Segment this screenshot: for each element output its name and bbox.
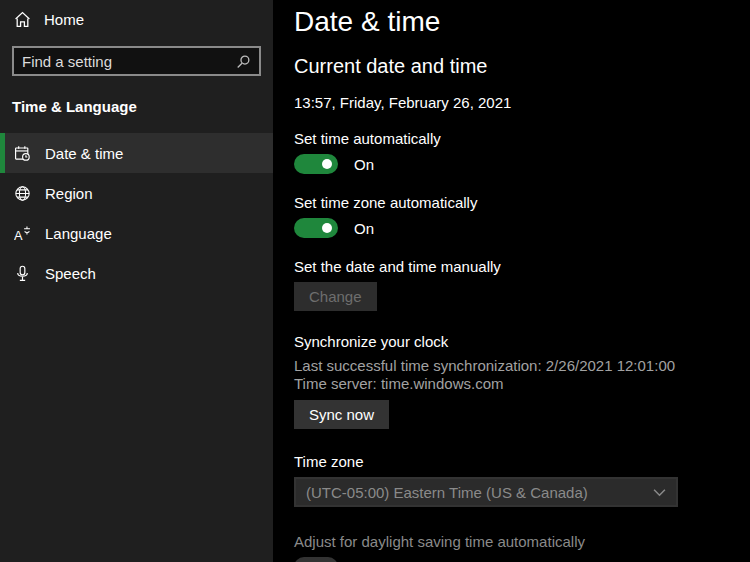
set-timezone-auto-toggle[interactable] <box>294 218 338 238</box>
change-button[interactable]: Change <box>294 282 377 311</box>
toggle-knob <box>322 159 332 169</box>
set-timezone-auto-state: On <box>354 220 374 237</box>
sidebar-item-speech[interactable]: Speech <box>0 253 273 293</box>
sidebar-item-region[interactable]: Region <box>0 173 273 213</box>
home-icon <box>14 11 31 28</box>
set-time-auto-label: Set time automatically <box>294 130 750 147</box>
search-icon <box>236 54 259 69</box>
sidebar-item-label: Region <box>45 185 93 202</box>
set-timezone-auto-row: On <box>294 217 750 239</box>
sidebar-item-label: Speech <box>45 265 96 282</box>
search-input[interactable] <box>14 48 236 74</box>
sidebar-nav: Date & time Region A Language <box>0 133 273 293</box>
set-time-auto-state: On <box>354 156 374 173</box>
timezone-selected-value: (UTC-05:00) Eastern Time (US & Canada) <box>306 484 588 501</box>
svg-text:A: A <box>14 227 23 241</box>
microphone-icon <box>14 265 31 282</box>
current-datetime-value: 13:57, Friday, February 26, 2021 <box>294 94 750 111</box>
date-time-settings-panel: Date & time Current date and time 13:57,… <box>273 0 750 562</box>
set-time-auto-toggle[interactable] <box>294 154 338 174</box>
timezone-dropdown[interactable]: (UTC-05:00) Eastern Time (US & Canada) <box>294 477 678 507</box>
dst-row: On <box>294 556 750 562</box>
settings-sidebar: Home Time & Language Date & time <box>0 0 273 562</box>
language-icon: A <box>14 225 31 242</box>
globe-icon <box>14 185 31 202</box>
sidebar-item-date-time[interactable]: Date & time <box>0 133 273 173</box>
sidebar-item-home[interactable]: Home <box>0 0 273 37</box>
sidebar-item-language[interactable]: A Language <box>0 213 273 253</box>
set-manual-label: Set the date and time manually <box>294 258 750 275</box>
page-title: Date & time <box>294 4 750 40</box>
sync-now-button[interactable]: Sync now <box>294 400 389 429</box>
dst-label: Adjust for daylight saving time automati… <box>294 533 750 550</box>
chevron-down-icon <box>653 488 666 497</box>
time-server-text: Time server: time.windows.com <box>294 375 750 393</box>
sync-heading: Synchronize your clock <box>294 333 750 350</box>
set-timezone-auto-label: Set time zone automatically <box>294 194 750 211</box>
dst-toggle[interactable] <box>294 557 338 562</box>
last-sync-text: Last successful time synchronization: 2/… <box>294 357 750 375</box>
toggle-knob <box>322 223 332 233</box>
set-time-auto-row: On <box>294 153 750 175</box>
sidebar-item-label: Language <box>45 225 112 242</box>
sidebar-item-label: Date & time <box>45 145 123 162</box>
home-label: Home <box>44 11 84 28</box>
current-date-time-heading: Current date and time <box>294 53 750 79</box>
search-box <box>12 46 261 76</box>
calendar-clock-icon <box>14 145 31 162</box>
dst-state: On <box>354 559 374 562</box>
sidebar-section-title: Time & Language <box>0 76 273 123</box>
timezone-label: Time zone <box>294 453 750 470</box>
